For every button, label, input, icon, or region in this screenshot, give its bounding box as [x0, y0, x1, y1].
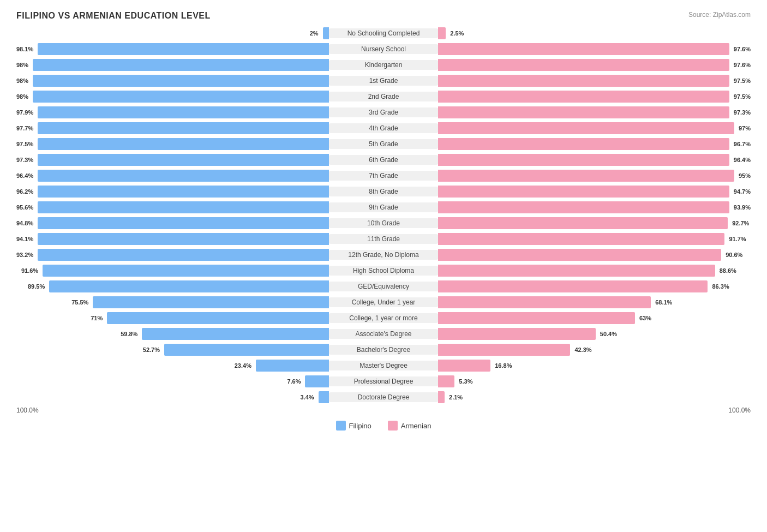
armenian-bar [438, 280, 708, 292]
filipino-bar [38, 138, 329, 150]
armenian-value: 96.4% [734, 157, 751, 163]
source-label: Source: ZipAtlas.com [688, 11, 751, 19]
armenian-value: 95% [739, 172, 751, 179]
right-section: 88.6% [438, 265, 751, 277]
filipino-bar [38, 249, 329, 261]
left-section: 23.4% [16, 360, 329, 372]
left-section: 2% [16, 27, 329, 39]
x-axis-right: 100.0% [728, 407, 751, 414]
category-label: 12th Grade, No Diploma [329, 250, 438, 260]
armenian-value: 68.1% [655, 299, 672, 306]
armenian-bar [438, 186, 729, 198]
filipino-value: 23.4% [235, 362, 251, 369]
left-section: 3.4% [16, 391, 329, 403]
armenian-value: 50.4% [600, 331, 617, 337]
category-label: Professional Degree [329, 376, 438, 386]
armenian-value: 2.1% [449, 394, 463, 401]
bar-row: 3.4%Doctorate Degree2.1% [16, 390, 751, 404]
legend-filipino-label: Filipino [349, 422, 371, 430]
category-label: Master's Degree [329, 361, 438, 370]
category-label: 4th Grade [329, 123, 438, 133]
filipino-value: 7.6% [287, 378, 301, 385]
category-label: 3rd Grade [329, 107, 438, 117]
bar-row: 97.9%3rd Grade97.3% [16, 105, 751, 119]
armenian-bar [438, 138, 729, 150]
armenian-value: 97.3% [734, 109, 751, 116]
left-section: 7.6% [16, 375, 329, 387]
armenian-bar [438, 201, 729, 213]
armenian-bar [438, 170, 734, 182]
filipino-value: 89.5% [28, 283, 45, 290]
left-section: 89.5% [16, 280, 329, 292]
filipino-bar [38, 186, 329, 198]
armenian-bar [438, 154, 729, 166]
filipino-value: 3.4% [300, 394, 314, 401]
left-section: 98.1% [16, 43, 329, 55]
left-section: 95.6% [16, 201, 329, 213]
right-section: 96.7% [438, 138, 751, 150]
filipino-value: 93.2% [16, 252, 33, 258]
category-label: 7th Grade [329, 171, 438, 181]
bar-row: 89.5%GED/Equivalency86.3% [16, 279, 751, 294]
bar-row: 23.4%Master's Degree16.8% [16, 358, 751, 373]
filipino-bar [49, 280, 329, 292]
right-section: 86.3% [438, 280, 751, 292]
armenian-value: 97.6% [734, 46, 751, 52]
category-label: 10th Grade [329, 218, 438, 228]
armenian-bar [438, 391, 445, 403]
armenian-value: 97% [739, 125, 751, 131]
armenian-value: 2.5% [450, 30, 464, 37]
armenian-bar [438, 106, 729, 118]
filipino-value: 98% [16, 93, 28, 100]
armenian-value: 93.9% [734, 204, 751, 211]
right-section: 95% [438, 170, 751, 182]
filipino-bar [38, 170, 329, 182]
armenian-value: 16.8% [495, 362, 512, 369]
filipino-bar [38, 154, 329, 166]
right-section: 63% [438, 312, 751, 324]
category-label: 2nd Grade [329, 92, 438, 101]
left-section: 97.3% [16, 154, 329, 166]
filipino-bar [38, 106, 329, 118]
left-section: 94.1% [16, 233, 329, 245]
armenian-value: 88.6% [720, 267, 736, 274]
left-section: 59.8% [16, 328, 329, 340]
chart-area: 2%No Schooling Completed2.5%98.1%Nursery… [16, 26, 751, 404]
armenian-value: 91.7% [729, 236, 746, 242]
armenian-value: 97.5% [734, 77, 751, 84]
filipino-value: 91.6% [21, 267, 38, 274]
armenian-bar [438, 59, 729, 71]
bar-row: 2%No Schooling Completed2.5% [16, 26, 751, 40]
left-section: 97.9% [16, 106, 329, 118]
bar-row: 94.1%11th Grade91.7% [16, 232, 751, 246]
left-section: 52.7% [16, 344, 329, 356]
filipino-bar [323, 27, 329, 39]
armenian-bar [438, 249, 721, 261]
legend-armenian: Armenian [388, 421, 432, 431]
left-section: 93.2% [16, 249, 329, 261]
bar-row: 98%1st Grade97.5% [16, 74, 751, 88]
left-section: 94.8% [16, 217, 329, 229]
chart-title: FILIPINO VS ARMENIAN EDUCATION LEVEL [16, 11, 751, 21]
legend-armenian-label: Armenian [401, 422, 432, 430]
bar-row: 95.6%9th Grade93.9% [16, 200, 751, 214]
bar-row: 96.4%7th Grade95% [16, 169, 751, 183]
filipino-bar [38, 43, 329, 55]
right-section: 91.7% [438, 233, 751, 245]
left-section: 98% [16, 75, 329, 87]
armenian-value: 97.5% [734, 93, 751, 100]
filipino-bar [93, 296, 329, 308]
filipino-bar [43, 265, 329, 277]
filipino-bar [164, 344, 329, 356]
bar-row: 52.7%Bachelor's Degree42.3% [16, 343, 751, 357]
left-section: 91.6% [16, 265, 329, 277]
filipino-value: 96.2% [16, 188, 33, 195]
bar-row: 97.3%6th Grade96.4% [16, 153, 751, 167]
left-section: 97.5% [16, 138, 329, 150]
right-section: 50.4% [438, 328, 751, 340]
category-label: 6th Grade [329, 155, 438, 165]
left-section: 96.2% [16, 186, 329, 198]
category-label: 11th Grade [329, 234, 438, 244]
armenian-value: 5.3% [459, 378, 472, 385]
bar-row: 75.5%College, Under 1 year68.1% [16, 295, 751, 309]
